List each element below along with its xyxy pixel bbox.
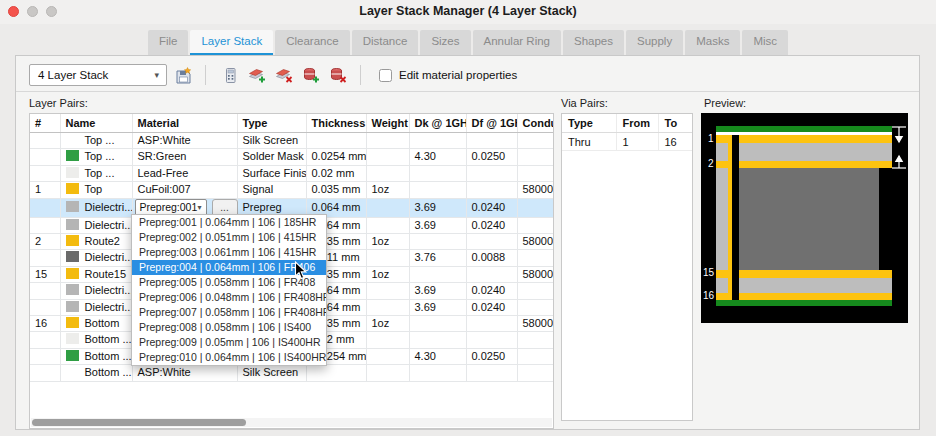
column-header-thickness: Thickness [306, 114, 366, 133]
layer-row-4[interactable]: 1TopCuFoil:007Signal0.035 mm1oz5800000 [30, 182, 554, 198]
layer-name-cell: Route2 [60, 234, 132, 250]
stack-preview: 1 2 15 16 [701, 113, 908, 323]
scrollbar-thumb[interactable] [32, 419, 246, 426]
tab-file[interactable]: File [148, 30, 189, 56]
preview-layer-label-16: 16 [703, 291, 714, 301]
material-library-icon[interactable] [221, 66, 239, 84]
material-option-7[interactable]: Prepreg:007 | 0.058mm | 106 | FR408HR [132, 305, 326, 320]
layer-name: Bottom [85, 317, 120, 329]
layer-row-1[interactable]: Top ...ASP:WhiteSilk Screen [30, 133, 554, 149]
layer-name-cell: Bottom ... [60, 332, 132, 348]
edit-material-checkbox[interactable] [379, 69, 392, 82]
layer-name-cell: Bottom ... [60, 348, 132, 364]
material-option-1[interactable]: Prepreg:001 | 0.064mm | 106 | 185HR [132, 215, 326, 230]
preview-prepreg-bottom [716, 278, 892, 293]
layer-row-15[interactable]: Bottom ...ASP:WhiteSilk Screen [30, 365, 554, 381]
material-option-9[interactable]: Prepreg:009 | 0.05mm | 106 | IS400HR [132, 335, 326, 350]
tab-misc[interactable]: Misc [742, 30, 788, 56]
layer-color-swatch [66, 317, 79, 328]
layer-stack-manager-window: Layer Stack Manager (4 Layer Stack) File… [0, 0, 936, 436]
add-layer-icon[interactable] [248, 66, 266, 84]
layer-row-3[interactable]: Top ...Lead-FreeSurface Finish0.02 mm [30, 165, 554, 181]
via-pairs-label: Via Pairs: [561, 97, 608, 109]
tab-distance[interactable]: Distance [352, 30, 419, 56]
edit-material-label: Edit material properties [399, 69, 517, 81]
layer-pairs-label: Layer Pairs: [29, 97, 88, 109]
layer-name: Dielectri... [85, 284, 133, 296]
tab-annular-ring[interactable]: Annular Ring [473, 30, 561, 56]
layer-color-swatch [66, 167, 79, 178]
preview-copper-layer-15 [716, 270, 892, 278]
material-dropdown-list: Prepreg:001 | 0.064mm | 106 | 185HRPrepr… [131, 214, 327, 366]
stack-select[interactable]: 4 Layer Stack ▾ [29, 64, 167, 86]
layer-color-swatch [66, 350, 79, 361]
column-header-weight: Weight [366, 114, 409, 133]
layer-name-cell: Bottom ... [60, 365, 132, 381]
material-cell: Lead-Free [132, 165, 237, 181]
tab-supply[interactable]: Supply [626, 30, 683, 56]
layer-name: Route15 [85, 268, 127, 280]
tab-clearance[interactable]: Clearance [275, 30, 349, 56]
layer-name-cell: Top ... [60, 133, 132, 149]
layer-color-swatch [66, 219, 79, 230]
layer-name: Route2 [85, 235, 120, 247]
preview-copper-layer-16 [716, 293, 892, 300]
toolbar-separator [360, 65, 361, 85]
horizontal-scrollbar[interactable] [31, 418, 552, 427]
edit-material-properties[interactable]: Edit material properties [379, 69, 517, 82]
tab-sizes[interactable]: Sizes [420, 30, 470, 56]
mouse-cursor [294, 261, 307, 280]
layer-name-cell: Dielectri... [60, 299, 132, 315]
layer-name-cell: Dielectri... [60, 283, 132, 299]
preview-core [739, 168, 879, 270]
layer-color-swatch [66, 301, 79, 312]
column-header-: # [30, 114, 60, 133]
layer-color-swatch [66, 134, 79, 145]
column-header-dk-1ghz: Dk @ 1GHz [409, 114, 466, 133]
layer-color-swatch [66, 284, 79, 295]
material-option-3[interactable]: Prepreg:003 | 0.061mm | 106 | 415HR [132, 245, 326, 260]
dimension-arrows-icon [891, 125, 907, 175]
preview-copper-layer-2 [716, 161, 892, 168]
toolbar-divider [16, 91, 919, 92]
tab-bar: FileLayer StackClearanceDistanceSizesAnn… [0, 30, 936, 56]
save-stack-icon[interactable] [174, 66, 192, 84]
material-option-8[interactable]: Prepreg:008 | 0.058mm | 106 | IS400 [132, 320, 326, 335]
preview-soldermask-bottom [716, 300, 892, 306]
layer-color-swatch [66, 251, 79, 262]
preview-layer-label-2: 2 [708, 159, 714, 169]
preview-copper-layer-1 [716, 135, 892, 143]
tab-layer-stack[interactable]: Layer Stack [190, 30, 273, 56]
material-cell: SR:Green [132, 149, 237, 165]
material-option-2[interactable]: Prepreg:002 | 0.051mm | 106 | 415HR [132, 230, 326, 245]
preview-label: Preview: [704, 97, 746, 109]
tab-shapes[interactable]: Shapes [563, 30, 624, 56]
layer-color-swatch [66, 333, 79, 344]
preview-layer-label-15: 15 [703, 268, 714, 278]
delete-layer-icon[interactable] [275, 66, 293, 84]
layer-color-swatch [66, 201, 79, 212]
chevron-down-icon: ▾ [154, 70, 166, 80]
layer-name: Top [85, 183, 103, 195]
column-header-df-1ghz: Df @ 1GHz [466, 114, 517, 133]
layer-row-2[interactable]: Top ...SR:GreenSolder Mask0.0254 mm4.300… [30, 149, 554, 165]
layer-name: Dielectri... [85, 301, 133, 313]
titlebar: Layer Stack Manager (4 Layer Stack) [0, 0, 936, 24]
material-option-10[interactable]: Prepreg:010 | 0.064mm | 106 | IS400HR [132, 350, 326, 365]
delete-via-icon[interactable] [329, 66, 347, 84]
tab-masks[interactable]: Masks [685, 30, 740, 56]
via-pairs-table: TypeFromToThru116 [561, 113, 693, 421]
layer-name-cell: Dielectri... [60, 250, 132, 266]
layer-name: Dielectri... [85, 201, 133, 213]
layer-name: Top ... [85, 150, 115, 162]
layer-name-cell: Top [60, 182, 132, 198]
layer-name: Top ... [85, 134, 115, 146]
layer-color-swatch [66, 366, 79, 377]
layer-name-cell: Route15 [60, 266, 132, 282]
preview-layer-label-1: 1 [708, 134, 714, 144]
material-option-6[interactable]: Prepreg:006 | 0.048mm | 106 | FR408HR [132, 290, 326, 305]
layer-name: Top ... [85, 167, 115, 179]
via-pair-row[interactable]: Thru116 [562, 133, 692, 151]
column-header-conduc: Conduc [517, 114, 554, 133]
add-via-icon[interactable] [302, 66, 320, 84]
